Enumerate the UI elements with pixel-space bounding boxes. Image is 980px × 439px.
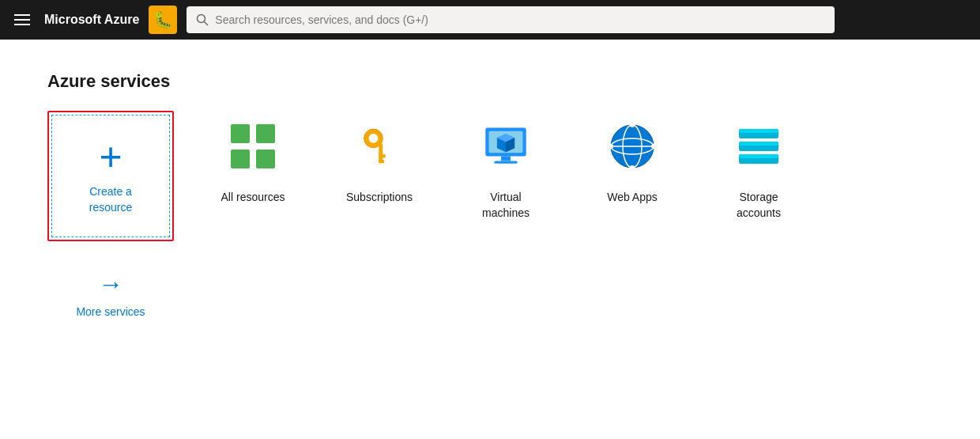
app-title: Microsoft Azure <box>44 13 139 27</box>
main-content: Azure services + Create aresource All re… <box>0 40 980 439</box>
svg-point-0 <box>198 15 205 23</box>
more-services-button[interactable]: → More services <box>47 270 174 318</box>
subscriptions-icon <box>358 125 401 168</box>
svg-rect-4 <box>231 149 250 168</box>
create-resource-label: Create aresource <box>89 184 132 215</box>
section-title: Azure services <box>47 71 933 92</box>
services-row: + Create aresource All resources <box>47 111 933 241</box>
storage-icon <box>735 123 782 170</box>
svg-rect-16 <box>501 156 511 161</box>
svg-point-26 <box>609 144 613 149</box>
vm-icon-wrapper <box>470 111 541 182</box>
service-storage-accounts[interactable]: Storageaccounts <box>695 111 822 221</box>
service-web-apps[interactable]: Web Apps <box>569 111 695 206</box>
svg-rect-9 <box>379 154 385 157</box>
feedback-button[interactable]: 🐛 <box>149 6 177 34</box>
svg-rect-2 <box>231 124 250 143</box>
all-resources-label: All resources <box>221 190 285 206</box>
svg-point-24 <box>651 144 656 149</box>
svg-point-7 <box>368 134 378 143</box>
create-resource-button[interactable]: + Create aresource <box>47 111 174 241</box>
service-subscriptions[interactable]: Subscriptions <box>316 111 443 206</box>
subscriptions-icon-wrapper <box>344 111 415 182</box>
svg-rect-3 <box>256 124 275 143</box>
service-all-resources[interactable]: All resources <box>190 111 316 206</box>
svg-rect-17 <box>494 161 517 163</box>
vm-icon <box>482 123 530 170</box>
all-resources-icon-wrapper <box>217 111 288 182</box>
svg-rect-10 <box>379 160 384 163</box>
service-virtual-machines[interactable]: Virtualmachines <box>443 111 569 221</box>
subscriptions-label: Subscriptions <box>346 190 413 206</box>
svg-point-25 <box>630 165 635 170</box>
search-bar <box>187 6 835 33</box>
svg-line-1 <box>205 22 209 26</box>
svg-rect-32 <box>739 154 778 158</box>
svg-rect-28 <box>739 129 778 133</box>
plus-icon: + <box>99 137 122 176</box>
web-apps-label: Web Apps <box>607 190 658 206</box>
svg-rect-30 <box>739 142 778 146</box>
all-resources-icon <box>229 123 277 170</box>
svg-rect-5 <box>256 149 275 168</box>
search-icon <box>196 13 209 26</box>
svg-rect-8 <box>379 143 383 162</box>
web-apps-icon-wrapper <box>597 111 668 182</box>
svg-point-23 <box>630 123 635 127</box>
more-services-label: More services <box>76 305 145 318</box>
web-apps-icon <box>609 123 656 170</box>
storage-label: Storageaccounts <box>737 190 781 221</box>
search-input[interactable] <box>215 13 825 26</box>
hamburger-menu[interactable] <box>9 9 35 30</box>
more-services-row: → More services <box>47 270 933 318</box>
top-navigation: Microsoft Azure 🐛 <box>0 0 980 40</box>
arrow-right-icon: → <box>98 270 123 299</box>
vm-label: Virtualmachines <box>482 190 530 221</box>
storage-icon-wrapper <box>723 111 794 182</box>
